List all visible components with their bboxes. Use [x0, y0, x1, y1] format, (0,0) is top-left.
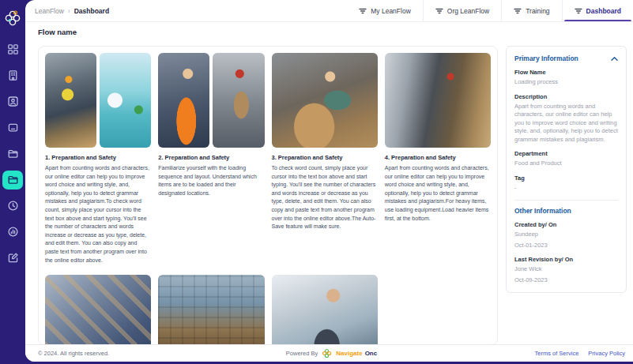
folder-icon — [7, 148, 19, 159]
leanflow-logo-icon[interactable] — [4, 0, 21, 36]
step-photo — [158, 53, 209, 148]
card-images — [158, 53, 264, 148]
sidebar-item-reports[interactable] — [0, 219, 25, 245]
brand-part1: Navigate — [336, 350, 362, 357]
nav-org-leanflow[interactable]: Org LeanFlow — [423, 0, 501, 21]
field-value: Loading process — [514, 78, 618, 87]
field-value: Food and Product — [514, 159, 618, 168]
panel-divider — [514, 200, 618, 201]
step-title: 2. Preparation and Safety — [158, 154, 264, 161]
chevron-up-icon — [611, 56, 618, 62]
breadcrumb-separator: › — [68, 7, 70, 15]
footer-links: Terms of Service Privacy Policy — [377, 350, 625, 357]
details-panel: Primary Information Flow Name Loading pr… — [506, 46, 627, 293]
step-photo — [100, 53, 151, 148]
step-card-6[interactable]: 6. Preparation and Safety — [158, 275, 264, 345]
nav-label: Org LeanFlow — [447, 7, 489, 15]
navigateonc-logo-icon — [322, 348, 332, 358]
field-value: Oct-01-2023 — [514, 242, 618, 250]
nav-training[interactable]: Training — [501, 0, 561, 21]
primary-info-header: Primary Information — [514, 54, 618, 62]
steps-container: 1. Preparation and Safety Apart from cou… — [38, 46, 498, 345]
top-nav: My LeanFlow Org LeanFlow Training Dashbo… — [347, 0, 633, 21]
filter-icon — [359, 7, 367, 15]
card-images — [45, 275, 151, 345]
step-photo — [213, 53, 264, 148]
page-title: Flow name — [25, 22, 633, 41]
footer: © 2024. All rights reserved. Powered By … — [25, 344, 633, 362]
field-label: Flow Name — [514, 69, 618, 76]
field-value: - — [514, 184, 618, 193]
step-description: Familiarize yourself with the loading se… — [158, 164, 264, 197]
card-images — [272, 275, 378, 345]
navigateonc-brand: NavigateOnc — [336, 350, 377, 357]
copyright-text: © 2024. All rights reserved. — [38, 350, 286, 357]
filter-icon — [514, 7, 522, 15]
primary-info-title: Primary Information — [514, 54, 578, 62]
step-photo — [45, 275, 151, 345]
breadcrumb-current: Dashboard — [74, 7, 109, 15]
sidebar-item-contacts[interactable] — [0, 88, 25, 114]
other-info-title: Other Information — [514, 207, 618, 215]
content-sheet: LeanFlow › Dashboard My LeanFlow Org Lea… — [25, 0, 633, 362]
app-window: LeanFlow › Dashboard My LeanFlow Org Lea… — [0, 0, 633, 364]
field-label: Last Revision by/ On — [514, 256, 618, 263]
privacy-policy-link[interactable]: Privacy Policy — [588, 350, 625, 357]
step-title: 4. Preparation and Safety — [385, 154, 491, 161]
breadcrumb: LeanFlow › Dashboard — [25, 0, 109, 21]
active-pill — [2, 171, 23, 190]
step-photo — [272, 53, 378, 148]
folder-active-icon — [7, 174, 19, 186]
step-photo — [158, 275, 264, 345]
sidebar-item-flows[interactable] — [0, 167, 25, 193]
field-value: Jone Wick — [514, 265, 618, 274]
step-card-4[interactable]: 4. Preparation and Safety Apart from cou… — [385, 53, 491, 265]
step-card-7[interactable]: 7. Preparation and Safety — [272, 275, 378, 345]
terms-of-service-link[interactable]: Terms of Service — [534, 350, 578, 357]
collapse-button[interactable] — [611, 56, 618, 62]
sidebar — [0, 0, 25, 364]
step-card-1[interactable]: 1. Preparation and Safety Apart from cou… — [45, 53, 151, 265]
breadcrumb-root[interactable]: LeanFlow — [35, 7, 64, 15]
card-images — [158, 275, 264, 345]
field-label: Created by/ On — [514, 221, 618, 228]
sidebar-item-tasks[interactable] — [0, 114, 25, 141]
step-card-3[interactable]: 3. Preparation and Safety To check word … — [272, 53, 378, 265]
grid-icon — [7, 43, 19, 55]
tablet-icon — [7, 122, 19, 133]
card-images — [272, 53, 378, 148]
clock-icon — [7, 200, 19, 212]
card-images — [45, 53, 151, 148]
sidebar-item-files[interactable] — [0, 141, 25, 167]
step-card-2[interactable]: 2. Preparation and Safety Familiarize yo… — [158, 53, 264, 265]
card-images — [385, 53, 491, 148]
field-value: Oct-09-2023 — [514, 276, 618, 285]
step-photo — [272, 275, 378, 345]
field-created-by: Created by/ On Sundeep Oct-01-2023 — [514, 221, 618, 250]
field-department: Department Food and Product — [514, 150, 618, 168]
powered-by-label: Powered By — [286, 350, 318, 357]
field-value: Sundeep — [514, 231, 618, 239]
building-icon — [7, 69, 19, 81]
field-label: Tag — [514, 174, 618, 182]
step-description: To check word count, simply place your c… — [272, 164, 378, 231]
filter-icon — [435, 7, 443, 15]
step-photo — [45, 53, 96, 148]
field-description: Description Apart from counting words an… — [514, 93, 618, 144]
field-label: Department — [514, 150, 618, 157]
contact-card-icon — [7, 96, 19, 107]
nav-dashboard[interactable]: Dashboard — [562, 0, 633, 21]
sidebar-item-history[interactable] — [0, 193, 25, 219]
field-flow-name: Flow Name Loading process — [514, 69, 618, 87]
step-card-5[interactable]: 5. Preparation and Safety — [45, 275, 151, 345]
powered-by: Powered By NavigateOnc — [286, 348, 377, 358]
step-title: 3. Preparation and Safety — [272, 154, 378, 161]
sidebar-item-organization[interactable] — [0, 62, 25, 88]
nav-my-leanflow[interactable]: My LeanFlow — [347, 0, 423, 21]
field-value: Apart from counting words and characters… — [514, 103, 618, 144]
filter-icon — [575, 7, 582, 15]
brand-part2: Onc — [365, 350, 378, 357]
sidebar-item-compose[interactable] — [0, 245, 25, 271]
nav-label: Dashboard — [586, 7, 621, 15]
sidebar-item-dashboard[interactable] — [0, 36, 25, 62]
